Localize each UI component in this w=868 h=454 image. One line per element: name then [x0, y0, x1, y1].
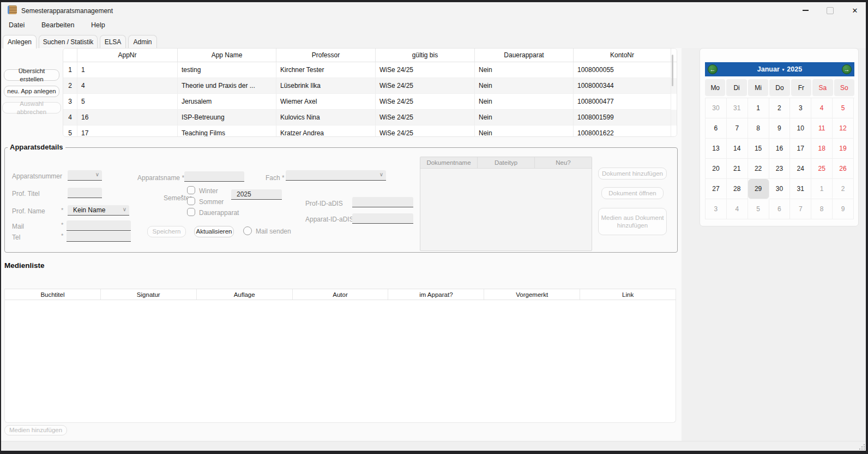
calendar-day[interactable]: 5 — [748, 199, 769, 219]
next-month-button[interactable]: → — [842, 64, 852, 74]
calendar-day[interactable]: 9 — [833, 199, 854, 219]
prof-name-combobox[interactable]: Kein Name∨ — [68, 205, 129, 216]
tab-anlegen[interactable]: Anlegen — [3, 35, 37, 49]
calendar-day[interactable]: 27 — [706, 179, 727, 199]
medien-hinzufuegen-button[interactable]: Medien hinzufügen — [4, 425, 67, 435]
calendar-day[interactable]: 12 — [833, 118, 854, 139]
uebersicht-erstellen-button[interactable]: Übersicht erstellen — [4, 69, 59, 81]
tab-elsa[interactable]: ELSA — [100, 35, 126, 48]
prof-id-adis-field[interactable] — [352, 197, 413, 207]
menu-datei[interactable]: Datei — [9, 21, 25, 29]
semester-year-field[interactable]: 2025 — [231, 189, 282, 200]
dauerapparat-radio[interactable] — [187, 208, 195, 216]
column-header-appname[interactable]: App Name — [178, 49, 276, 62]
close-button[interactable]: ✕ — [843, 2, 866, 19]
calendar-day[interactable]: 3 — [706, 199, 727, 219]
apparatsname-field[interactable] — [184, 171, 244, 182]
column-header-buchtitel[interactable]: Buchtitel — [5, 289, 101, 300]
tab-admin[interactable]: Admin — [128, 35, 157, 48]
column-header-im-apparat[interactable]: im Apparat? — [388, 289, 484, 300]
prof-titel-field[interactable] — [68, 188, 102, 198]
minimize-button[interactable] — [794, 2, 817, 19]
calendar-day[interactable]: 22 — [748, 159, 769, 179]
column-header-kontonr[interactable]: KontoNr — [574, 49, 671, 62]
table-row[interactable]: 5 17 Teaching Films Kratzer Andrea WiSe … — [63, 126, 677, 137]
column-header-gueltig-bis[interactable]: gültig bis — [376, 49, 475, 62]
calendar-day[interactable]: 13 — [706, 139, 727, 159]
column-header-neu[interactable]: Neu? — [535, 157, 592, 168]
calendar-day[interactable]: 1 — [748, 98, 769, 118]
neu-app-anlegen-button[interactable]: neu. App anlegen — [4, 86, 59, 97]
medien-aus-dokument-button[interactable]: Medien aus Dokument hinzufügen — [598, 208, 667, 235]
calendar-day[interactable]: 1 — [811, 179, 833, 199]
speichern-button[interactable]: Speichern — [147, 226, 186, 237]
maximize-button[interactable] — [818, 2, 841, 19]
dokument-oeffnen-button[interactable]: Dokument öffnen — [601, 187, 664, 199]
calendar-day-selected[interactable]: 29 — [748, 179, 769, 199]
column-header-appnr[interactable]: AppNr — [77, 49, 178, 62]
mail-senden-checkbox[interactable] — [243, 226, 252, 235]
calendar-day[interactable]: 11 — [811, 118, 833, 139]
column-header-professor[interactable]: Professor — [276, 49, 376, 62]
calendar-day[interactable]: 19 — [833, 139, 854, 159]
calendar-day[interactable]: 5 — [833, 98, 854, 118]
calendar-day[interactable]: 31 — [790, 179, 811, 199]
tab-suchen-statistik[interactable]: Suchen / Statistik — [39, 35, 98, 48]
calendar-day[interactable]: 8 — [748, 118, 769, 139]
column-header-auflage[interactable]: Auflage — [197, 289, 293, 300]
table-scrollbar[interactable] — [672, 55, 673, 86]
aktualisieren-button[interactable]: Aktualisieren — [194, 226, 234, 237]
tel-field[interactable] — [67, 231, 131, 242]
fach-combobox[interactable]: ∨ — [286, 170, 386, 181]
calendar-day[interactable]: 30 — [706, 98, 727, 118]
calendar-day[interactable]: 18 — [811, 139, 833, 159]
calendar-day[interactable]: 6 — [769, 199, 791, 219]
calendar-day[interactable]: 16 — [769, 139, 791, 159]
table-row[interactable]: 1 1 testing Kirchner Tester WiSe 24/25 N… — [63, 62, 677, 78]
calendar-day[interactable]: 7 — [727, 118, 748, 139]
calendar-day[interactable]: 8 — [811, 199, 833, 219]
apparat-id-adis-field[interactable] — [352, 213, 413, 224]
column-header-dauerapparat[interactable]: Dauerapparat — [475, 49, 574, 62]
calendar-day[interactable]: 17 — [790, 139, 811, 159]
column-header-dateityp[interactable]: Dateityp — [478, 157, 535, 168]
menu-bearbeiten[interactable]: Bearbeiten — [41, 21, 74, 29]
calendar-day[interactable]: 14 — [727, 139, 748, 159]
calendar-day[interactable]: 24 — [790, 159, 811, 179]
column-header-dokumentname[interactable]: Dokumentname — [420, 157, 478, 168]
calendar-day[interactable]: 28 — [727, 179, 748, 199]
calendar-day[interactable]: 9 — [769, 118, 791, 139]
calendar-day[interactable]: 25 — [811, 159, 833, 179]
calendar-day[interactable]: 4 — [811, 98, 833, 118]
calendar-day[interactable]: 26 — [833, 159, 854, 179]
calendar-day[interactable]: 6 — [706, 118, 727, 139]
menu-help[interactable]: Help — [91, 21, 105, 29]
column-header-signatur[interactable]: Signatur — [101, 289, 197, 300]
column-header-autor[interactable]: Autor — [293, 289, 389, 300]
winter-radio[interactable] — [187, 186, 195, 194]
calendar-day[interactable]: 15 — [748, 139, 769, 159]
resize-grip[interactable] — [859, 444, 865, 450]
sommer-radio[interactable] — [187, 197, 195, 205]
calendar-day[interactable]: 10 — [790, 118, 811, 139]
table-row[interactable]: 3 5 Jerusalem Wiemer Axel WiSe 24/25 Nei… — [63, 94, 677, 110]
calendar-day[interactable]: 7 — [790, 199, 811, 219]
column-header-vorgemerkt[interactable]: Vorgemerkt — [484, 289, 580, 300]
calendar-day[interactable]: 30 — [769, 179, 791, 199]
calendar-day[interactable]: 3 — [790, 98, 811, 118]
calendar-day[interactable]: 20 — [706, 159, 727, 179]
column-header-link[interactable]: Link — [580, 289, 676, 300]
calendar-day[interactable]: 2 — [769, 98, 791, 118]
calendar-day[interactable]: 23 — [769, 159, 791, 179]
auswahl-abbrechen-button[interactable]: Auswahl abbrechen — [2, 102, 61, 113]
dokument-hinzufuegen-button[interactable]: Dokument hinzufügen — [598, 168, 667, 180]
calendar-day[interactable]: 2 — [833, 179, 854, 199]
apparatsnummer-combobox[interactable]: ∨ — [68, 170, 102, 181]
calendar-day[interactable]: 31 — [727, 98, 748, 118]
table-row[interactable]: 4 16 ISP-Betreuung Kulovics Nina WiSe 24… — [63, 110, 677, 126]
calendar-day[interactable]: 4 — [727, 199, 748, 219]
mail-field[interactable] — [67, 220, 131, 231]
calendar-title[interactable]: Januar ▾ 2025 — [757, 65, 802, 73]
prev-month-button[interactable]: ← — [708, 64, 718, 74]
table-row[interactable]: 2 4 Theorie und Praxis der ... Lüsebrink… — [63, 78, 677, 94]
